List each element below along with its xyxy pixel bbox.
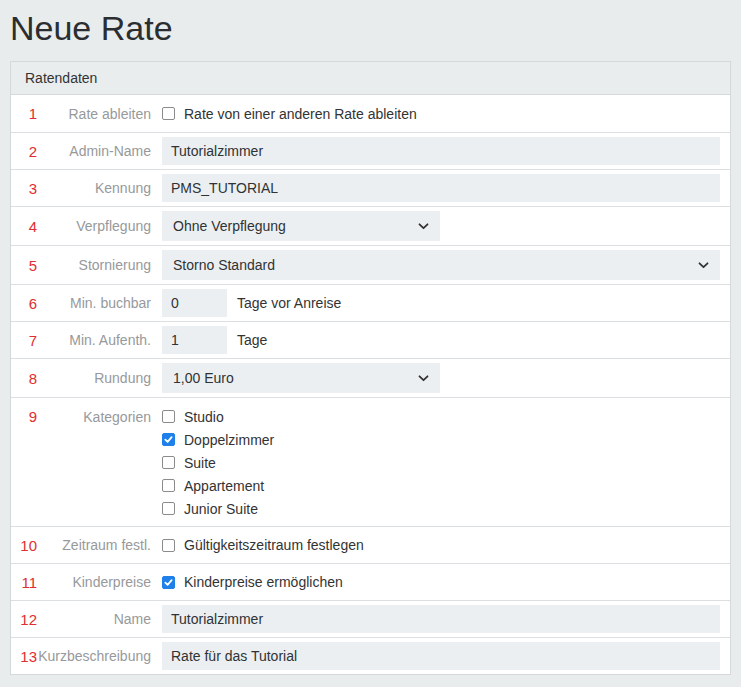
- field-label: Admin-Name: [37, 143, 151, 159]
- min-buchbar-input[interactable]: [162, 289, 227, 317]
- field-label: Min. buchbar: [37, 295, 151, 311]
- studio-checkbox[interactable]: [162, 410, 175, 423]
- form-row-kategorien: 9 Kategorien Studio Doppelzimmer: [11, 397, 730, 526]
- row-label-cell: 11 Kinderpreise: [11, 574, 151, 591]
- select-value: Ohne Verpflegung: [173, 218, 286, 234]
- row-label-cell: 6 Min. buchbar: [11, 295, 151, 312]
- page-title: Neue Rate: [10, 9, 741, 48]
- field-label: Verpflegung: [37, 218, 151, 234]
- checkbox-label: Kinderpreise ermöglichen: [184, 574, 343, 590]
- kategorie-item-doppelzimmer: Doppelzimmer: [162, 428, 274, 451]
- check-icon: [164, 435, 173, 444]
- chevron-down-icon: [418, 375, 429, 382]
- row-content-cell: Tage: [151, 322, 730, 358]
- checkbox-label: Doppelzimmer: [184, 432, 274, 448]
- checkbox-label: Gültigkeitszeitraum festlegen: [184, 537, 364, 553]
- appartement-checkbox[interactable]: [162, 479, 175, 492]
- form-row-min-buchbar: 6 Min. buchbar Tage vor Anreise: [11, 284, 730, 321]
- form-row-kinderpreise: 11 Kinderpreise Kinderpreise ermöglichen: [11, 563, 730, 600]
- row-number: 8: [11, 370, 37, 387]
- row-label-cell: 1 Rate ableiten: [11, 105, 151, 122]
- row-content-cell: Storno Standard: [151, 246, 730, 284]
- row-number: 13: [11, 648, 37, 665]
- form-row-rate-ableiten: 1 Rate ableiten Rate von einer anderen R…: [11, 95, 730, 132]
- form-row-min-aufenthalt: 7 Min. Aufenth. Tage: [11, 321, 730, 358]
- rate-ableiten-checkbox[interactable]: [162, 107, 175, 120]
- field-suffix: Tage: [237, 332, 267, 348]
- row-content-cell: [151, 170, 730, 206]
- verpflegung-select[interactable]: Ohne Verpflegung: [162, 211, 440, 241]
- check-icon: [164, 578, 173, 587]
- field-label: Stornierung: [37, 257, 151, 273]
- junior-suite-checkbox[interactable]: [162, 502, 175, 515]
- row-label-cell: 5 Stornierung: [11, 257, 151, 274]
- chevron-down-icon: [418, 223, 429, 230]
- form-row-admin-name: 2 Admin-Name: [11, 132, 730, 169]
- min-aufenthalt-input[interactable]: [162, 326, 227, 354]
- kategorie-item-appartement: Appartement: [162, 474, 264, 497]
- row-label-cell: 2 Admin-Name: [11, 143, 151, 160]
- row-content-cell: Kinderpreise ermöglichen: [151, 570, 730, 594]
- row-label-cell: 12 Name: [11, 611, 151, 628]
- checkbox-label: Suite: [184, 455, 216, 471]
- admin-name-input[interactable]: [162, 137, 720, 165]
- field-suffix: Tage vor Anreise: [237, 295, 341, 311]
- row-label-cell: 9 Kategorien: [11, 398, 151, 425]
- row-number: 4: [11, 218, 37, 235]
- form-row-name: 12 Name: [11, 600, 730, 637]
- form-row-stornierung: 5 Stornierung Storno Standard: [11, 245, 730, 284]
- suite-checkbox[interactable]: [162, 456, 175, 469]
- kennung-input[interactable]: [162, 174, 720, 202]
- field-label: Kinderpreise: [37, 574, 151, 590]
- checkbox-label: Rate von einer anderen Rate ableiten: [184, 106, 417, 122]
- doppelzimmer-checkbox[interactable]: [162, 433, 175, 446]
- name-input[interactable]: [162, 605, 720, 633]
- kurzbeschreibung-input[interactable]: [162, 642, 720, 670]
- form-row-kennung: 3 Kennung: [11, 169, 730, 206]
- field-label: Zeitraum festl.: [37, 537, 151, 553]
- row-number: 12: [11, 611, 37, 628]
- zeitraum-checkbox[interactable]: [162, 539, 175, 552]
- row-number: 6: [11, 295, 37, 312]
- row-number: 10: [11, 537, 37, 554]
- kategorie-item-studio: Studio: [162, 405, 224, 428]
- row-content-cell: [151, 638, 730, 674]
- row-number: 9: [11, 408, 37, 425]
- kategorien-list: Studio Doppelzimmer Suite: [151, 398, 730, 526]
- panel-header: Ratendaten: [11, 62, 730, 95]
- stornierung-select[interactable]: Storno Standard: [162, 250, 720, 280]
- row-content-cell: Gültigkeitszeitraum festlegen: [151, 533, 730, 557]
- row-label-cell: 13 Kurzbeschreibung: [11, 648, 151, 665]
- select-value: 1,00 Euro: [173, 370, 234, 386]
- kategorie-item-junior-suite: Junior Suite: [162, 497, 258, 520]
- checkbox-label: Appartement: [184, 478, 264, 494]
- row-content-cell: Ohne Verpflegung: [151, 207, 730, 245]
- field-label: Kennung: [37, 180, 151, 196]
- field-label: Name: [37, 611, 151, 627]
- kinderpreise-checkbox[interactable]: [162, 576, 175, 589]
- field-label: Kategorien: [37, 409, 151, 425]
- row-number: 1: [11, 105, 37, 122]
- form-row-verpflegung: 4 Verpflegung Ohne Verpflegung: [11, 206, 730, 245]
- row-number: 7: [11, 332, 37, 349]
- panel-body: 1 Rate ableiten Rate von einer anderen R…: [11, 95, 730, 674]
- form-row-kurzbeschreibung: 13 Kurzbeschreibung: [11, 637, 730, 674]
- rundung-select[interactable]: 1,00 Euro: [162, 363, 440, 393]
- row-content-cell: Tage vor Anreise: [151, 285, 730, 321]
- form-row-zeitraum: 10 Zeitraum festl. Gültigkeitszeitraum f…: [11, 526, 730, 563]
- checkbox-label: Junior Suite: [184, 501, 258, 517]
- checkbox-label: Studio: [184, 409, 224, 425]
- row-label-cell: 10 Zeitraum festl.: [11, 537, 151, 554]
- row-number: 2: [11, 143, 37, 160]
- field-label: Kurzbeschreibung: [37, 648, 151, 664]
- row-content-cell: [151, 133, 730, 169]
- chevron-down-icon: [698, 262, 709, 269]
- form-row-rundung: 8 Rundung 1,00 Euro: [11, 358, 730, 397]
- row-content-cell: [151, 601, 730, 637]
- row-number: 3: [11, 180, 37, 197]
- select-value: Storno Standard: [173, 257, 275, 273]
- row-label-cell: 3 Kennung: [11, 180, 151, 197]
- kategorie-item-suite: Suite: [162, 451, 216, 474]
- row-content-cell: 1,00 Euro: [151, 359, 730, 397]
- row-number: 11: [11, 574, 37, 591]
